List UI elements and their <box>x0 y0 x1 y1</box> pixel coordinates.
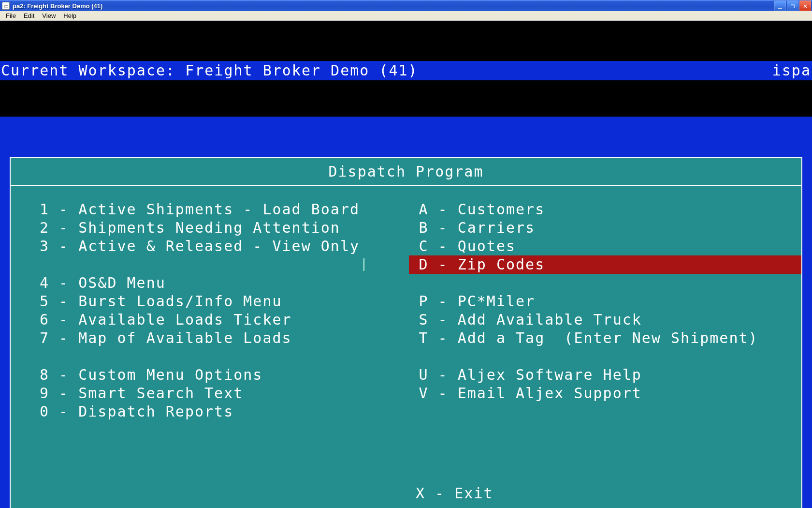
close-button[interactable]: ✕ <box>799 0 811 11</box>
window-title: pa2: Freight Broker Demo (41) <box>13 2 102 10</box>
menu-item-c[interactable]: C - Quotes <box>409 237 801 255</box>
menu-item-p[interactable]: P - PC*Miler <box>409 292 801 311</box>
menu-exit-label: Exit <box>454 485 493 502</box>
menu-blank-row <box>409 347 801 366</box>
dispatch-panel: Dispatch Program 1 - Active Shipments - … <box>10 157 802 508</box>
minimize-button[interactable]: _ <box>774 0 786 11</box>
workspace-line: Current Workspace: Freight Broker Demo (… <box>0 61 812 80</box>
app-icon: ▭ <box>2 2 10 10</box>
menu-right-column: A - Customers B - Carriers C - Quotes D … <box>409 200 801 452</box>
menu-item-5[interactable]: 5 - Burst Loads/Info Menu <box>40 292 409 311</box>
text-cursor <box>363 258 364 271</box>
menu-item-s[interactable]: S - Add Available Truck <box>409 311 801 329</box>
menu-blank-row <box>40 255 409 274</box>
window-titlebar: ▭ pa2: Freight Broker Demo (41) _ ❐ ✕ <box>0 0 812 11</box>
menu-item-4[interactable]: 4 - OS&D Menu <box>40 274 409 292</box>
menu-item-1[interactable]: 1 - Active Shipments - Load Board <box>40 200 409 219</box>
menu-view[interactable]: View <box>38 11 59 20</box>
menu-blank-row <box>409 274 801 292</box>
menu-edit[interactable]: Edit <box>20 11 38 20</box>
workspace-label: Current Workspace: Freight Broker Demo (… <box>1 61 418 80</box>
menu-exit-row[interactable]: X - Exit <box>11 466 801 508</box>
menu-item-2[interactable]: 2 - Shipments Needing Attention <box>40 219 409 237</box>
menu-left-column: 1 - Active Shipments - Load Board2 - Shi… <box>40 200 409 452</box>
workspace-right: ispa <box>772 61 811 80</box>
panel-title: Dispatch Program <box>11 158 801 186</box>
menu-item-d[interactable]: D - Zip Codes <box>409 255 801 274</box>
menu-item-v[interactable]: V - Email Aljex Support <box>409 384 801 403</box>
menu-item-3[interactable]: 3 - Active & Released - View Only <box>40 237 409 255</box>
menu-item-a[interactable]: A - Customers <box>409 200 801 219</box>
menu-blank-row <box>40 347 409 366</box>
menu-item-6[interactable]: 6 - Available Loads Ticker <box>40 311 409 329</box>
maximize-button[interactable]: ❐ <box>787 0 798 11</box>
menu-item-b[interactable]: B - Carriers <box>409 219 801 237</box>
menu-item-8[interactable]: 8 - Custom Menu Options <box>40 366 409 384</box>
menubar: File Edit View Help <box>0 11 812 21</box>
menu-item-0[interactable]: 0 - Dispatch Reports <box>40 403 409 421</box>
menu-help[interactable]: Help <box>59 11 80 20</box>
menu-item-9[interactable]: 9 - Smart Search Text <box>40 384 409 403</box>
menu-exit-key: X <box>416 485 425 502</box>
terminal-area: Current Workspace: Freight Broker Demo (… <box>0 21 812 508</box>
menu-item-u[interactable]: U - Aljex Software Help <box>409 366 801 384</box>
menu-item-7[interactable]: 7 - Map of Available Loads <box>40 329 409 347</box>
menu-item-t[interactable]: T - Add a Tag (Enter New Shipment) <box>409 329 801 347</box>
menu-file[interactable]: File <box>2 11 20 20</box>
